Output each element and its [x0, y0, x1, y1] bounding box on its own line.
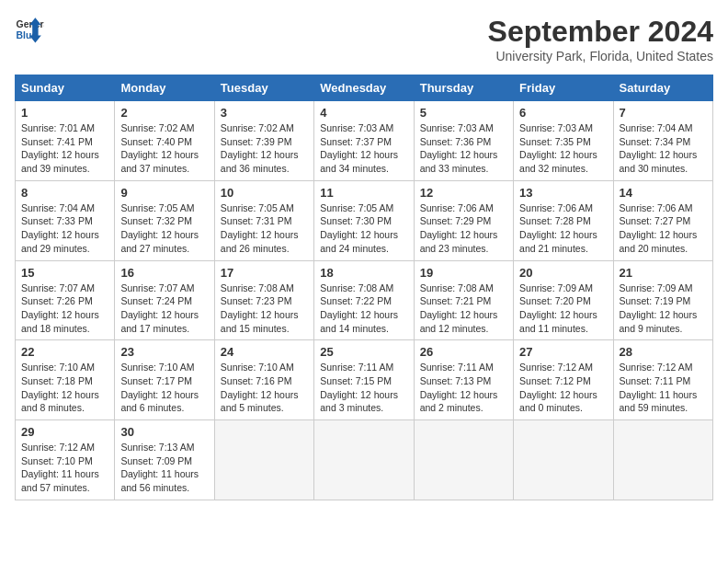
- day-number: 10: [221, 186, 308, 200]
- day-number: 23: [120, 345, 208, 359]
- day-info: Sunrise: 7:08 AM Sunset: 7:23 PM Dayligh…: [221, 282, 308, 336]
- weekday-header-friday: Friday: [514, 75, 613, 101]
- day-number: 17: [221, 266, 308, 280]
- weekday-header-thursday: Thursday: [414, 75, 513, 101]
- weekday-header-wednesday: Wednesday: [314, 75, 414, 101]
- week-row-3: 15Sunrise: 7:07 AM Sunset: 7:26 PM Dayli…: [16, 260, 713, 340]
- day-info: Sunrise: 7:09 AM Sunset: 7:20 PM Dayligh…: [519, 282, 607, 336]
- day-number: 8: [21, 186, 108, 200]
- day-cell: 9Sunrise: 7:05 AM Sunset: 7:32 PM Daylig…: [115, 180, 214, 260]
- day-number: 22: [21, 345, 108, 359]
- day-info: Sunrise: 7:07 AM Sunset: 7:26 PM Dayligh…: [21, 282, 108, 336]
- title-area: September 2024 University Park, Florida,…: [488, 15, 713, 63]
- day-number: 1: [21, 106, 108, 120]
- day-cell: 8Sunrise: 7:04 AM Sunset: 7:33 PM Daylig…: [16, 180, 115, 260]
- day-info: Sunrise: 7:03 AM Sunset: 7:36 PM Dayligh…: [420, 121, 507, 176]
- day-cell: 15Sunrise: 7:07 AM Sunset: 7:26 PM Dayli…: [16, 260, 115, 340]
- day-cell: 13Sunrise: 7:06 AM Sunset: 7:28 PM Dayli…: [514, 180, 613, 260]
- day-cell: 23Sunrise: 7:10 AM Sunset: 7:17 PM Dayli…: [115, 340, 214, 420]
- day-info: Sunrise: 7:06 AM Sunset: 7:28 PM Dayligh…: [519, 201, 607, 256]
- day-number: 5: [420, 106, 507, 120]
- day-cell: 11Sunrise: 7:05 AM Sunset: 7:30 PM Dayli…: [314, 180, 414, 260]
- day-info: Sunrise: 7:05 AM Sunset: 7:30 PM Dayligh…: [320, 201, 407, 256]
- day-info: Sunrise: 7:02 AM Sunset: 7:40 PM Dayligh…: [120, 121, 208, 176]
- day-info: Sunrise: 7:10 AM Sunset: 7:18 PM Dayligh…: [21, 361, 108, 415]
- day-info: Sunrise: 7:04 AM Sunset: 7:33 PM Dayligh…: [21, 201, 108, 256]
- day-cell: 20Sunrise: 7:09 AM Sunset: 7:20 PM Dayli…: [514, 260, 613, 340]
- day-info: Sunrise: 7:07 AM Sunset: 7:24 PM Dayligh…: [120, 282, 208, 336]
- day-number: 3: [221, 106, 308, 120]
- day-info: Sunrise: 7:11 AM Sunset: 7:15 PM Dayligh…: [320, 361, 407, 415]
- day-info: Sunrise: 7:10 AM Sunset: 7:17 PM Dayligh…: [120, 361, 208, 415]
- day-cell: 25Sunrise: 7:11 AM Sunset: 7:15 PM Dayli…: [314, 340, 414, 420]
- day-number: 20: [519, 266, 607, 280]
- day-number: 14: [620, 186, 707, 200]
- day-number: 6: [519, 106, 607, 120]
- day-cell: 4Sunrise: 7:03 AM Sunset: 7:37 PM Daylig…: [314, 101, 414, 181]
- day-info: Sunrise: 7:02 AM Sunset: 7:39 PM Dayligh…: [221, 121, 308, 176]
- day-cell: 22Sunrise: 7:10 AM Sunset: 7:18 PM Dayli…: [16, 340, 115, 420]
- day-number: 25: [320, 345, 407, 359]
- weekday-header-sunday: Sunday: [16, 75, 115, 101]
- day-cell: 6Sunrise: 7:03 AM Sunset: 7:35 PM Daylig…: [514, 101, 613, 181]
- day-cell: 16Sunrise: 7:07 AM Sunset: 7:24 PM Dayli…: [115, 260, 214, 340]
- weekday-header-row: SundayMondayTuesdayWednesdayThursdayFrid…: [16, 75, 713, 101]
- day-number: 2: [120, 106, 208, 120]
- day-info: Sunrise: 7:10 AM Sunset: 7:16 PM Dayligh…: [221, 361, 308, 415]
- day-info: Sunrise: 7:12 AM Sunset: 7:12 PM Dayligh…: [519, 361, 607, 415]
- week-row-5: 29Sunrise: 7:12 AM Sunset: 7:10 PM Dayli…: [16, 420, 713, 500]
- day-cell: 29Sunrise: 7:12 AM Sunset: 7:10 PM Dayli…: [16, 420, 115, 500]
- day-info: Sunrise: 7:08 AM Sunset: 7:22 PM Dayligh…: [320, 282, 407, 336]
- day-cell: [314, 420, 414, 500]
- day-number: 15: [21, 266, 108, 280]
- day-info: Sunrise: 7:01 AM Sunset: 7:41 PM Dayligh…: [21, 121, 108, 176]
- day-info: Sunrise: 7:09 AM Sunset: 7:19 PM Dayligh…: [620, 282, 707, 336]
- day-info: Sunrise: 7:04 AM Sunset: 7:34 PM Dayligh…: [620, 121, 707, 176]
- day-info: Sunrise: 7:12 AM Sunset: 7:10 PM Dayligh…: [21, 441, 108, 495]
- day-cell: 27Sunrise: 7:12 AM Sunset: 7:12 PM Dayli…: [514, 340, 613, 420]
- day-number: 27: [519, 345, 607, 359]
- day-number: 26: [420, 345, 507, 359]
- day-number: 28: [620, 345, 707, 359]
- day-info: Sunrise: 7:05 AM Sunset: 7:31 PM Dayligh…: [221, 201, 308, 256]
- day-info: Sunrise: 7:12 AM Sunset: 7:11 PM Dayligh…: [620, 361, 707, 415]
- weekday-header-saturday: Saturday: [613, 75, 712, 101]
- day-cell: 1Sunrise: 7:01 AM Sunset: 7:41 PM Daylig…: [16, 101, 115, 181]
- day-cell: 19Sunrise: 7:08 AM Sunset: 7:21 PM Dayli…: [414, 260, 513, 340]
- day-info: Sunrise: 7:03 AM Sunset: 7:35 PM Dayligh…: [519, 121, 607, 176]
- day-number: 7: [620, 106, 707, 120]
- day-number: 30: [120, 425, 208, 439]
- day-cell: 2Sunrise: 7:02 AM Sunset: 7:40 PM Daylig…: [115, 101, 214, 181]
- day-cell: 24Sunrise: 7:10 AM Sunset: 7:16 PM Dayli…: [214, 340, 313, 420]
- logo: General Blue: [15, 15, 44, 44]
- calendar-table: SundayMondayTuesdayWednesdayThursdayFrid…: [15, 75, 713, 500]
- day-info: Sunrise: 7:03 AM Sunset: 7:37 PM Dayligh…: [320, 121, 407, 176]
- day-cell: [613, 420, 712, 500]
- day-info: Sunrise: 7:08 AM Sunset: 7:21 PM Dayligh…: [420, 282, 507, 336]
- day-number: 21: [620, 266, 707, 280]
- day-cell: 26Sunrise: 7:11 AM Sunset: 7:13 PM Dayli…: [414, 340, 513, 420]
- day-number: 13: [519, 186, 607, 200]
- day-info: Sunrise: 7:05 AM Sunset: 7:32 PM Dayligh…: [120, 201, 208, 256]
- week-row-4: 22Sunrise: 7:10 AM Sunset: 7:18 PM Dayli…: [16, 340, 713, 420]
- day-number: 24: [221, 345, 308, 359]
- day-info: Sunrise: 7:13 AM Sunset: 7:09 PM Dayligh…: [120, 441, 208, 495]
- day-info: Sunrise: 7:06 AM Sunset: 7:27 PM Dayligh…: [620, 201, 707, 256]
- day-cell: 14Sunrise: 7:06 AM Sunset: 7:27 PM Dayli…: [613, 180, 712, 260]
- day-cell: [214, 420, 313, 500]
- day-number: 19: [420, 266, 507, 280]
- day-number: 12: [420, 186, 507, 200]
- day-number: 11: [320, 186, 407, 200]
- page-header: General Blue September 2024 University P…: [15, 15, 713, 63]
- day-number: 16: [120, 266, 208, 280]
- day-cell: [514, 420, 613, 500]
- day-number: 29: [21, 425, 108, 439]
- day-cell: 17Sunrise: 7:08 AM Sunset: 7:23 PM Dayli…: [214, 260, 313, 340]
- logo-icon: General Blue: [15, 15, 44, 44]
- day-cell: 12Sunrise: 7:06 AM Sunset: 7:29 PM Dayli…: [414, 180, 513, 260]
- day-cell: 10Sunrise: 7:05 AM Sunset: 7:31 PM Dayli…: [214, 180, 313, 260]
- month-title: September 2024: [488, 15, 713, 49]
- day-cell: 3Sunrise: 7:02 AM Sunset: 7:39 PM Daylig…: [214, 101, 313, 181]
- day-cell: 5Sunrise: 7:03 AM Sunset: 7:36 PM Daylig…: [414, 101, 513, 181]
- day-number: 9: [120, 186, 208, 200]
